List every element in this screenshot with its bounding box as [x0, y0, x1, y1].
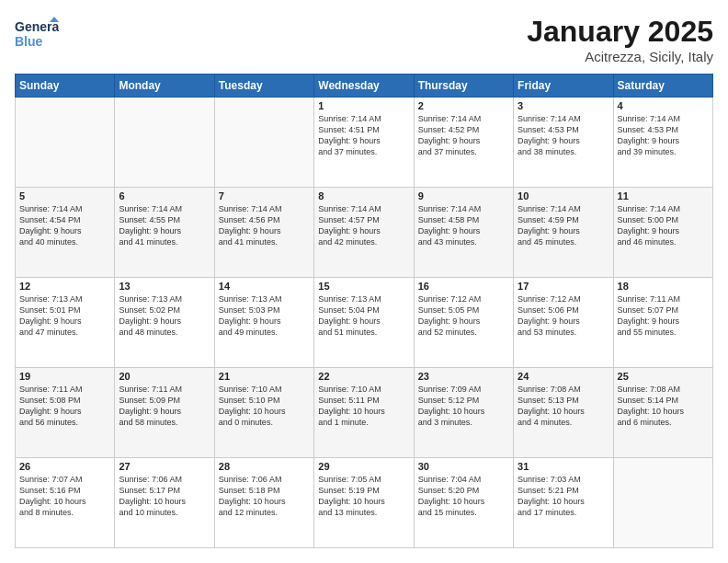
- calendar-cell: 18Sunrise: 7:11 AM Sunset: 5:07 PM Dayli…: [613, 278, 712, 368]
- week-row-3: 19Sunrise: 7:11 AM Sunset: 5:08 PM Dayli…: [16, 368, 713, 458]
- day-number: 22: [318, 371, 409, 382]
- day-info: Sunrise: 7:06 AM Sunset: 5:17 PM Dayligh…: [119, 474, 210, 519]
- day-header-thursday: Thursday: [414, 75, 513, 98]
- day-info: Sunrise: 7:14 AM Sunset: 4:53 PM Dayligh…: [618, 113, 709, 158]
- calendar-cell: 11Sunrise: 7:14 AM Sunset: 5:00 PM Dayli…: [613, 188, 712, 278]
- day-info: Sunrise: 7:07 AM Sunset: 5:16 PM Dayligh…: [19, 474, 110, 519]
- calendar-cell: 23Sunrise: 7:09 AM Sunset: 5:12 PM Dayli…: [414, 368, 513, 458]
- week-row-0: 1Sunrise: 7:14 AM Sunset: 4:51 PM Daylig…: [16, 98, 713, 188]
- day-info: Sunrise: 7:13 AM Sunset: 5:01 PM Dayligh…: [19, 293, 110, 339]
- day-number: 11: [618, 190, 709, 201]
- calendar-cell: 31Sunrise: 7:03 AM Sunset: 5:21 PM Dayli…: [514, 458, 613, 548]
- calendar-cell: 1Sunrise: 7:14 AM Sunset: 4:51 PM Daylig…: [314, 98, 414, 188]
- calendar-cell: 4Sunrise: 7:14 AM Sunset: 4:53 PM Daylig…: [613, 98, 712, 188]
- day-number: 15: [318, 281, 409, 292]
- calendar-cell: 8Sunrise: 7:14 AM Sunset: 4:57 PM Daylig…: [314, 188, 414, 278]
- day-number: 20: [119, 371, 210, 382]
- day-info: Sunrise: 7:03 AM Sunset: 5:21 PM Dayligh…: [518, 474, 609, 519]
- day-info: Sunrise: 7:11 AM Sunset: 5:09 PM Dayligh…: [119, 384, 210, 429]
- calendar-cell: 21Sunrise: 7:10 AM Sunset: 5:10 PM Dayli…: [214, 368, 313, 458]
- day-number: 24: [518, 371, 609, 382]
- day-info: Sunrise: 7:05 AM Sunset: 5:19 PM Dayligh…: [318, 474, 409, 519]
- day-number: 19: [19, 371, 110, 382]
- day-info: Sunrise: 7:13 AM Sunset: 5:02 PM Dayligh…: [119, 293, 210, 339]
- calendar-cell: 3Sunrise: 7:14 AM Sunset: 4:53 PM Daylig…: [514, 98, 613, 188]
- calendar-cell: 28Sunrise: 7:06 AM Sunset: 5:18 PM Dayli…: [214, 458, 313, 548]
- day-header-wednesday: Wednesday: [314, 75, 414, 98]
- svg-text:Blue: Blue: [15, 34, 43, 49]
- day-number: 26: [19, 461, 110, 472]
- day-info: Sunrise: 7:13 AM Sunset: 5:03 PM Dayligh…: [219, 293, 310, 339]
- day-number: 29: [318, 461, 409, 472]
- day-header-friday: Friday: [514, 75, 613, 98]
- calendar-cell: 27Sunrise: 7:06 AM Sunset: 5:17 PM Dayli…: [115, 458, 214, 548]
- day-info: Sunrise: 7:10 AM Sunset: 5:10 PM Dayligh…: [219, 384, 310, 429]
- header: General Blue January 2025 Acitrezza, Sic…: [15, 15, 713, 64]
- day-number: 28: [219, 461, 310, 472]
- calendar-cell: 5Sunrise: 7:14 AM Sunset: 4:54 PM Daylig…: [16, 188, 115, 278]
- day-info: Sunrise: 7:08 AM Sunset: 5:13 PM Dayligh…: [518, 384, 609, 429]
- day-header-sunday: Sunday: [16, 75, 115, 98]
- calendar-cell: 30Sunrise: 7:04 AM Sunset: 5:20 PM Dayli…: [414, 458, 513, 548]
- calendar-cell: 6Sunrise: 7:14 AM Sunset: 4:55 PM Daylig…: [115, 188, 214, 278]
- day-info: Sunrise: 7:11 AM Sunset: 5:07 PM Dayligh…: [618, 293, 709, 339]
- day-info: Sunrise: 7:13 AM Sunset: 5:04 PM Dayligh…: [318, 293, 409, 339]
- day-info: Sunrise: 7:14 AM Sunset: 4:52 PM Dayligh…: [418, 113, 509, 158]
- calendar-cell: 12Sunrise: 7:13 AM Sunset: 5:01 PM Dayli…: [16, 278, 115, 368]
- day-number: 4: [618, 100, 709, 111]
- calendar-cell: 20Sunrise: 7:11 AM Sunset: 5:09 PM Dayli…: [115, 368, 214, 458]
- calendar-cell: [613, 458, 712, 548]
- day-number: 1: [318, 100, 409, 111]
- day-number: 18: [618, 281, 709, 292]
- day-info: Sunrise: 7:12 AM Sunset: 5:05 PM Dayligh…: [418, 293, 509, 339]
- day-info: Sunrise: 7:11 AM Sunset: 5:08 PM Dayligh…: [19, 384, 110, 429]
- day-info: Sunrise: 7:14 AM Sunset: 4:58 PM Dayligh…: [418, 203, 509, 248]
- day-header-saturday: Saturday: [613, 75, 712, 98]
- location: Acitrezza, Sicily, Italy: [527, 49, 713, 64]
- day-header-monday: Monday: [115, 75, 214, 98]
- day-info: Sunrise: 7:14 AM Sunset: 4:59 PM Dayligh…: [518, 203, 609, 248]
- calendar-cell: 26Sunrise: 7:07 AM Sunset: 5:16 PM Dayli…: [16, 458, 115, 548]
- calendar-cell: 22Sunrise: 7:10 AM Sunset: 5:11 PM Dayli…: [314, 368, 414, 458]
- title-block: January 2025 Acitrezza, Sicily, Italy: [527, 15, 713, 64]
- day-info: Sunrise: 7:08 AM Sunset: 5:14 PM Dayligh…: [618, 384, 709, 429]
- calendar-cell: 16Sunrise: 7:12 AM Sunset: 5:05 PM Dayli…: [414, 278, 513, 368]
- calendar-cell: 9Sunrise: 7:14 AM Sunset: 4:58 PM Daylig…: [414, 188, 513, 278]
- day-info: Sunrise: 7:06 AM Sunset: 5:18 PM Dayligh…: [219, 474, 310, 519]
- logo: General Blue: [15, 15, 59, 55]
- day-number: 13: [119, 281, 210, 292]
- calendar-cell: 29Sunrise: 7:05 AM Sunset: 5:19 PM Dayli…: [314, 458, 414, 548]
- day-number: 25: [618, 371, 709, 382]
- calendar-cell: 15Sunrise: 7:13 AM Sunset: 5:04 PM Dayli…: [314, 278, 414, 368]
- day-header-tuesday: Tuesday: [214, 75, 313, 98]
- day-info: Sunrise: 7:14 AM Sunset: 5:00 PM Dayligh…: [618, 203, 709, 248]
- day-number: 2: [418, 100, 509, 111]
- day-info: Sunrise: 7:14 AM Sunset: 4:53 PM Dayligh…: [518, 113, 609, 158]
- week-row-2: 12Sunrise: 7:13 AM Sunset: 5:01 PM Dayli…: [16, 278, 713, 368]
- day-info: Sunrise: 7:04 AM Sunset: 5:20 PM Dayligh…: [418, 474, 509, 519]
- day-number: 3: [518, 100, 609, 111]
- day-info: Sunrise: 7:14 AM Sunset: 4:57 PM Dayligh…: [318, 203, 409, 248]
- calendar-cell: 13Sunrise: 7:13 AM Sunset: 5:02 PM Dayli…: [115, 278, 214, 368]
- day-info: Sunrise: 7:14 AM Sunset: 4:51 PM Dayligh…: [318, 113, 409, 158]
- day-number: 27: [119, 461, 210, 472]
- day-number: 10: [518, 190, 609, 201]
- day-number: 23: [418, 371, 509, 382]
- day-info: Sunrise: 7:14 AM Sunset: 4:55 PM Dayligh…: [119, 203, 210, 248]
- day-number: 31: [518, 461, 609, 472]
- day-info: Sunrise: 7:14 AM Sunset: 4:56 PM Dayligh…: [219, 203, 310, 248]
- day-number: 5: [19, 190, 110, 201]
- calendar-cell: 24Sunrise: 7:08 AM Sunset: 5:13 PM Dayli…: [514, 368, 613, 458]
- day-number: 16: [418, 281, 509, 292]
- day-number: 14: [219, 281, 310, 292]
- day-number: 21: [219, 371, 310, 382]
- day-info: Sunrise: 7:10 AM Sunset: 5:11 PM Dayligh…: [318, 384, 409, 429]
- day-number: 7: [219, 190, 310, 201]
- day-number: 12: [19, 281, 110, 292]
- day-number: 6: [119, 190, 210, 201]
- day-info: Sunrise: 7:14 AM Sunset: 4:54 PM Dayligh…: [19, 203, 110, 248]
- calendar: SundayMondayTuesdayWednesdayThursdayFrid…: [15, 74, 713, 548]
- calendar-cell: 19Sunrise: 7:11 AM Sunset: 5:08 PM Dayli…: [16, 368, 115, 458]
- day-number: 8: [318, 190, 409, 201]
- calendar-cell: 2Sunrise: 7:14 AM Sunset: 4:52 PM Daylig…: [414, 98, 513, 188]
